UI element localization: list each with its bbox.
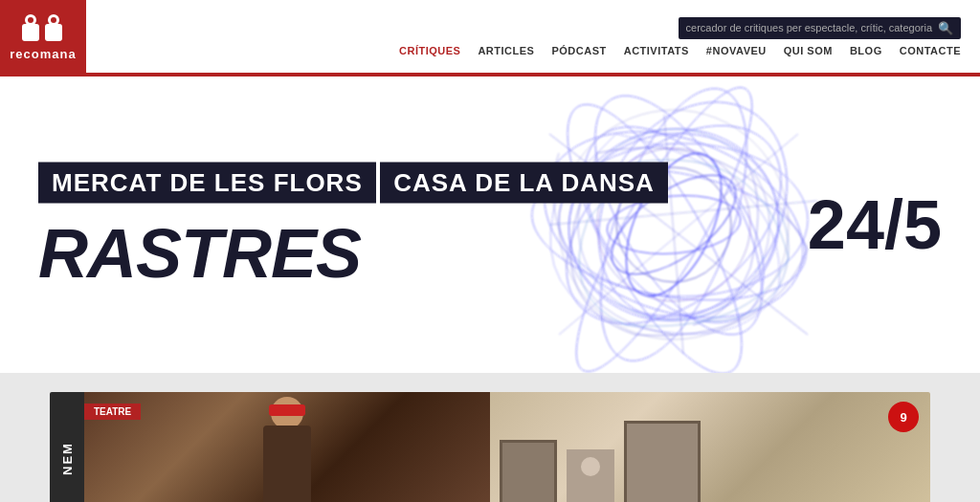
hero-title: RASTRES [38, 219, 668, 288]
svg-point-2 [28, 17, 33, 23]
logo-figures-icon [20, 12, 66, 43]
person-body [263, 426, 311, 502]
hero-banner: MERCAT DE LES FLORS CASA DE LA DANSA RAS… [0, 76, 980, 373]
logo-area: recomana [19, 0, 86, 75]
nav-item-quisom[interactable]: QUI SOM [784, 45, 833, 56]
hero-number: 24/5 [808, 190, 942, 259]
card-score: 9 [888, 402, 919, 432]
card-container[interactable]: NEM TEATRE 9 [50, 392, 930, 502]
svg-point-5 [51, 17, 56, 23]
nav-item-blog[interactable]: BLOG [850, 45, 882, 56]
photo-right [490, 392, 930, 502]
search-bar[interactable]: cercador de critiques per espectacle, cr… [679, 17, 961, 39]
photo-portrait [567, 449, 614, 502]
nav-item-critiques[interactable]: CRÍTIQUES [399, 45, 460, 56]
nav-item-novaveu[interactable]: #NOVAVEU [706, 45, 767, 56]
nav-item-podcast[interactable]: PÓDCAST [551, 45, 606, 56]
logo-icons [20, 12, 66, 43]
svg-rect-0 [22, 24, 39, 41]
nav-item-activitats[interactable]: ACTIVITATS [624, 45, 689, 56]
photo-frame-2 [624, 421, 701, 502]
card-image-area: TEATRE 9 [84, 392, 930, 502]
hero-venue-tag2: CASA DE LA DANSA [380, 163, 668, 204]
nav-links: CRÍTIQUES ARTICLES PÓDCAST ACTIVITATS #N… [399, 45, 961, 56]
header: recomana cercador de critiques per espec… [0, 0, 980, 76]
svg-rect-3 [45, 24, 62, 41]
nav-item-articles[interactable]: ARTICLES [478, 45, 534, 56]
nav-search: cercador de critiques per espectacle, cr… [399, 17, 961, 56]
search-icon[interactable]: 🔍 [938, 21, 953, 35]
bandana-decoration [269, 404, 305, 416]
bottom-section: NEM TEATRE 9 [0, 373, 980, 502]
nav-item-contacte[interactable]: CONTACTE [900, 45, 961, 56]
logo-text: recomana [10, 47, 76, 61]
hero-content: MERCAT DE LES FLORS CASA DE LA DANSA RAS… [38, 163, 668, 288]
card-label: NEM [50, 392, 84, 502]
logo-box[interactable]: recomana [0, 0, 86, 75]
search-input-display: cercador de critiques per espectacle, cr… [686, 22, 932, 33]
photo-frame-1 [500, 440, 557, 502]
photo-left [84, 392, 490, 502]
hero-venue-tag1: MERCAT DE LES FLORS [38, 163, 376, 204]
card-badge: TEATRE [84, 404, 141, 420]
person-figure [249, 397, 325, 502]
